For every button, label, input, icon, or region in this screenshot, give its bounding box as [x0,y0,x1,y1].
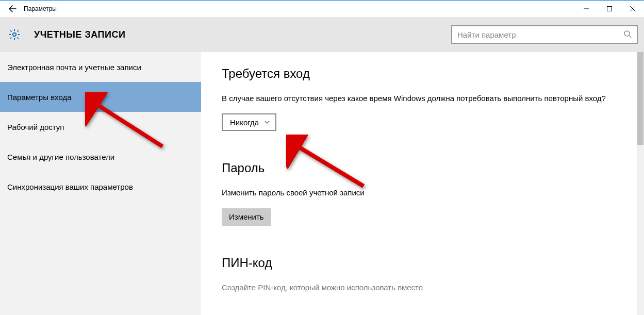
section-heading-pin: ПИН-код [222,256,634,270]
content-area: Требуется вход В случае вашего отсутстви… [201,52,644,315]
svg-rect-1 [607,7,612,11]
page-heading: УЧЕТНЫЕ ЗАПИСИ [34,29,125,40]
sidebar: Электронная почта и учетные записи Парам… [0,52,201,315]
minimize-button[interactable] [574,1,598,17]
scrollbar-thumb[interactable] [637,52,643,145]
search-box[interactable] [451,25,638,44]
dropdown-value: Никогда [230,118,259,127]
back-arrow-icon [8,5,16,13]
window-title: Параметры [24,5,57,12]
sidebar-item-sync-settings[interactable]: Синхронизация ваших параметров [0,172,201,202]
titlebar: Параметры [0,1,644,17]
sidebar-item-email-accounts[interactable]: Электронная почта и учетные записи [0,52,201,82]
sidebar-item-label: Параметры входа [7,93,72,102]
sidebar-item-label: Синхронизация ваших параметров [7,183,133,191]
pin-description: Создайте PIN-код, который можно использо… [222,281,614,293]
header: УЧЕТНЫЕ ЗАПИСИ [0,17,644,52]
signin-required-dropdown[interactable]: Никогда [222,113,276,131]
settings-gear-icon [7,27,22,42]
signin-required-description: В случае вашего отсутствия через какое в… [222,92,614,104]
minimize-icon [584,6,589,11]
chevron-down-icon [264,118,270,127]
sidebar-item-label: Семья и другие пользователи [7,153,114,161]
sidebar-item-label: Электронная почта и учетные записи [7,63,141,72]
section-heading-password: Пароль [222,161,634,175]
maximize-button[interactable] [598,1,621,17]
sidebar-item-family-users[interactable]: Семья и другие пользователи [0,142,201,172]
vertical-scrollbar[interactable] [637,52,644,315]
svg-point-4 [13,33,16,36]
search-icon [623,30,632,40]
close-button[interactable] [621,1,644,17]
button-label: Изменить [229,212,264,221]
back-button[interactable] [4,1,21,17]
section-heading-signin-required: Требуется вход [222,67,634,81]
sidebar-item-signin-options[interactable]: Параметры входа [0,82,201,112]
maximize-icon [607,6,612,11]
svg-line-6 [629,36,631,38]
search-input[interactable] [457,30,623,39]
close-icon [630,6,635,11]
sidebar-item-work-access[interactable]: Рабочий доступ [0,112,201,142]
password-description: Изменить пароль своей учетной записи [222,187,614,198]
svg-point-5 [624,31,630,36]
sidebar-item-label: Рабочий доступ [7,123,64,131]
change-password-button[interactable]: Изменить [222,208,271,226]
